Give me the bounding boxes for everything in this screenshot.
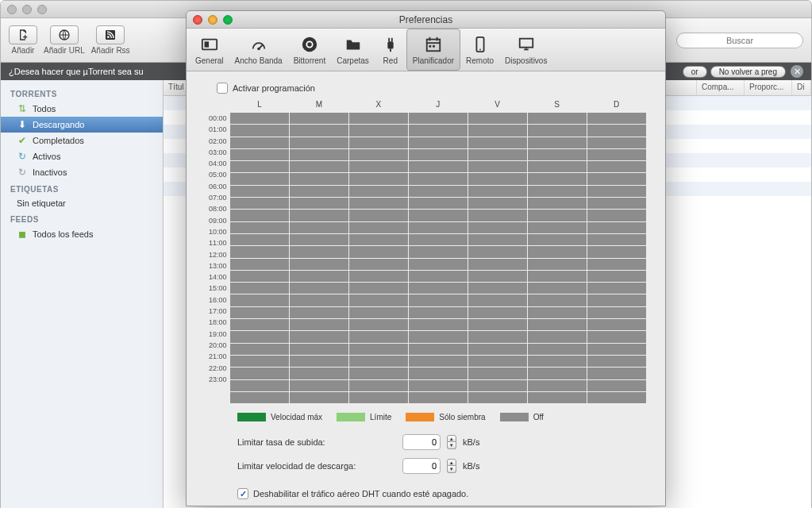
schedule-cell[interactable] <box>290 125 348 136</box>
schedule-cell[interactable] <box>349 234 408 245</box>
schedule-cell[interactable] <box>409 173 468 184</box>
schedule-cell[interactable] <box>587 356 646 367</box>
schedule-cell[interactable] <box>230 113 289 124</box>
schedule-cell[interactable] <box>349 259 408 270</box>
column-shared[interactable]: Compa... <box>697 80 745 95</box>
schedule-cell[interactable] <box>290 259 348 270</box>
schedule-cell[interactable] <box>409 319 468 330</box>
schedule-cell[interactable] <box>587 113 646 124</box>
schedule-cell[interactable] <box>587 380 646 391</box>
prefs-minimize-button[interactable] <box>208 15 217 25</box>
schedule-cell[interactable] <box>349 283 408 294</box>
schedule-cell[interactable] <box>290 234 348 245</box>
schedule-cell[interactable] <box>290 137 348 148</box>
schedule-cell[interactable] <box>587 149 646 160</box>
upload-limit-input[interactable] <box>402 434 441 450</box>
schedule-cell[interactable] <box>528 368 587 379</box>
schedule-cell[interactable] <box>409 331 468 342</box>
schedule-cell[interactable] <box>587 198 646 209</box>
banner-close-icon[interactable]: ✕ <box>791 65 803 78</box>
schedule-cell[interactable] <box>528 113 587 124</box>
schedule-cell[interactable] <box>468 368 527 379</box>
schedule-cell[interactable] <box>230 222 289 233</box>
schedule-cell[interactable] <box>468 234 527 245</box>
schedule-cell[interactable] <box>349 113 408 124</box>
schedule-cell[interactable] <box>587 161 646 172</box>
schedule-cell[interactable] <box>409 307 468 318</box>
schedule-cell[interactable] <box>528 161 587 172</box>
schedule-cell[interactable] <box>290 294 348 306</box>
schedule-cell[interactable] <box>290 161 348 172</box>
search-input[interactable] <box>676 33 803 48</box>
schedule-cell[interactable] <box>587 368 646 379</box>
schedule-cell[interactable] <box>290 307 348 318</box>
schedule-cell[interactable] <box>349 246 408 257</box>
schedule-cell[interactable] <box>230 356 289 367</box>
schedule-cell[interactable] <box>468 125 527 136</box>
schedule-cell[interactable] <box>409 222 468 233</box>
schedule-cell[interactable] <box>230 344 289 355</box>
schedule-cell[interactable] <box>409 198 468 209</box>
schedule-cell[interactable] <box>468 149 527 160</box>
column-di[interactable]: Di <box>792 80 811 95</box>
schedule-cell[interactable] <box>290 173 348 184</box>
schedule-cell[interactable] <box>409 149 468 160</box>
schedule-cell[interactable] <box>528 283 587 294</box>
schedule-cell[interactable] <box>230 380 289 391</box>
schedule-cell[interactable] <box>528 271 587 282</box>
schedule-cell[interactable] <box>230 319 289 330</box>
schedule-cell[interactable] <box>587 186 646 197</box>
schedule-cell[interactable] <box>587 331 646 342</box>
schedule-cell[interactable] <box>230 210 289 221</box>
schedule-cell[interactable] <box>290 210 348 221</box>
schedule-cell[interactable] <box>409 294 468 306</box>
schedule-cell[interactable] <box>528 222 587 233</box>
schedule-cell[interactable] <box>528 307 587 318</box>
schedule-cell[interactable] <box>409 271 468 282</box>
schedule-cell[interactable] <box>528 125 587 136</box>
schedule-cell[interactable] <box>468 113 527 124</box>
schedule-cell[interactable] <box>528 392 587 403</box>
stepper-up-icon[interactable]: ▴ <box>447 459 456 466</box>
add-rss-button[interactable]: Añadir Rss <box>91 25 130 55</box>
schedule-cell[interactable] <box>587 210 646 221</box>
schedule-cell[interactable] <box>349 173 408 184</box>
schedule-cell[interactable] <box>230 246 289 257</box>
stepper-up-icon[interactable]: ▴ <box>447 435 456 442</box>
schedule-cell[interactable] <box>587 307 646 318</box>
upload-stepper[interactable]: ▴▾ <box>447 435 456 449</box>
schedule-cell[interactable] <box>468 380 527 391</box>
schedule-cell[interactable] <box>587 283 646 294</box>
schedule-cell[interactable] <box>468 271 527 282</box>
schedule-cell[interactable] <box>409 344 468 355</box>
schedule-cell[interactable] <box>409 113 468 124</box>
schedule-cell[interactable] <box>230 392 289 403</box>
schedule-cell[interactable] <box>528 234 587 245</box>
dht-disable-checkbox[interactable] <box>237 488 248 499</box>
schedule-cell[interactable] <box>528 259 587 270</box>
schedule-cell[interactable] <box>468 198 527 209</box>
schedule-cell[interactable] <box>528 344 587 355</box>
tab-general[interactable]: General <box>190 29 229 71</box>
schedule-cell[interactable] <box>349 198 408 209</box>
schedule-cell[interactable] <box>349 161 408 172</box>
main-close-button[interactable] <box>7 5 17 14</box>
schedule-cell[interactable] <box>290 149 348 160</box>
sidebar-item-active[interactable]: ↻ Activos <box>1 148 163 164</box>
schedule-cell[interactable] <box>349 186 408 197</box>
schedule-cell[interactable] <box>349 344 408 355</box>
schedule-cell[interactable] <box>587 271 646 282</box>
banner-button-1[interactable]: or <box>683 66 707 78</box>
tab-scheduler[interactable]: Planificador <box>406 29 460 71</box>
schedule-cell[interactable] <box>468 222 527 233</box>
schedule-cell[interactable] <box>290 368 348 379</box>
schedule-cell[interactable] <box>230 283 289 294</box>
schedule-cell[interactable] <box>290 392 348 403</box>
schedule-cell[interactable] <box>349 137 408 148</box>
schedule-cell[interactable] <box>349 294 408 306</box>
schedule-cell[interactable] <box>468 356 527 367</box>
schedule-cell[interactable] <box>349 368 408 379</box>
schedule-cell[interactable] <box>528 149 587 160</box>
sidebar-item-completed[interactable]: ✔ Completados <box>1 133 163 148</box>
schedule-cell[interactable] <box>528 137 587 148</box>
